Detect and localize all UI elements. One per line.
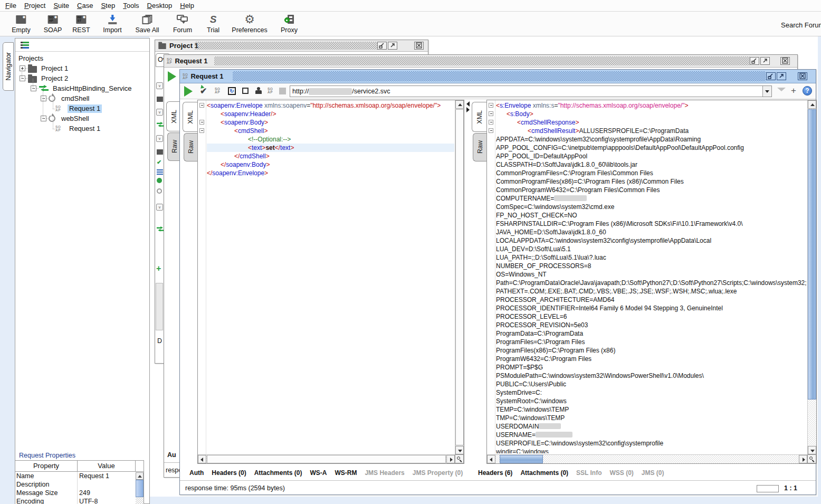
close-button[interactable] [414, 42, 424, 50]
menu-tools[interactable]: Tools [123, 2, 139, 9]
scroll-up-button[interactable] [136, 472, 144, 480]
add-icon[interactable]: + [156, 264, 161, 273]
collapse-left-icon[interactable] [466, 101, 470, 107]
fold-marker[interactable] [199, 103, 204, 108]
request-xml-content[interactable]: <soapenv:Envelope xmlns:soapenv="http://… [207, 101, 454, 453]
fold-marker[interactable] [489, 103, 493, 108]
fold-marker[interactable] [199, 120, 204, 125]
tab-xml-outer[interactable]: XML [166, 101, 181, 131]
response-tab-attachments-0-[interactable]: Attachments (0) [520, 469, 568, 477]
menu-step[interactable]: Step [101, 2, 115, 9]
fold-marker[interactable] [489, 120, 493, 125]
request-tab-ws-a[interactable]: WS-A [310, 469, 327, 477]
menu-suite[interactable]: Suite [53, 2, 69, 9]
fold-marker[interactable] [489, 128, 493, 133]
close-button[interactable] [780, 57, 790, 65]
tree-item-project-1[interactable]: Project 1 [15, 64, 149, 73]
menu-project[interactable]: Project [24, 2, 45, 9]
tree-options-icon[interactable] [21, 42, 29, 49]
toolbar-trial-button[interactable]: STrial [207, 13, 219, 34]
endpoint-url-input[interactable]: http:///service2.svc [290, 85, 772, 97]
request-vertical-scrollbar[interactable] [455, 100, 464, 454]
scroll-right-button[interactable] [446, 455, 455, 463]
toolbar-soap-button[interactable]: SOAP✱SOAP [44, 13, 62, 34]
toolbar-import-button[interactable]: Import [103, 13, 121, 34]
tree-item-projects[interactable]: Projects [15, 54, 149, 63]
scroll-down-button[interactable] [455, 446, 464, 454]
add-endpoint-icon[interactable]: + [791, 87, 796, 94]
property-value[interactable]: 249 [78, 489, 136, 497]
request-tab-auth[interactable]: Auth [189, 469, 204, 477]
collapse-section-button[interactable]: v [156, 82, 163, 89]
minimize-button[interactable] [766, 72, 776, 80]
request-horizontal-scrollbar[interactable] [198, 454, 455, 463]
toolbar-forum-button[interactable]: Forum [173, 13, 192, 34]
collapse-icon[interactable] [41, 96, 46, 101]
fold-marker[interactable] [489, 111, 493, 116]
scroll-right-button[interactable] [799, 455, 807, 463]
help-icon[interactable]: ? [803, 86, 812, 96]
scrollbar-thumb[interactable] [207, 455, 446, 463]
properties-scrollbar[interactable] [136, 472, 144, 504]
collapse-section-button[interactable]: v [156, 204, 163, 211]
scroll-left-button[interactable] [198, 455, 206, 463]
scroll-up-button[interactable] [808, 100, 816, 109]
minimize-button[interactable] [750, 57, 759, 65]
request-tab-ws-rm[interactable]: WS-RM [335, 469, 357, 477]
endpoint-dropdown-button[interactable] [762, 86, 771, 97]
scrollbar-thumb[interactable] [455, 109, 464, 445]
request-tab-headers-0-[interactable]: Headers (0) [212, 469, 246, 477]
project-window-titlebar[interactable]: Project 1 [155, 40, 428, 52]
response-vertical-scrollbar[interactable] [807, 100, 816, 454]
property-value[interactable]: Request 1 [78, 472, 136, 480]
request-titlebar[interactable]: SOAP Request 1 [180, 70, 816, 83]
cancel-request-icon[interactable] [242, 88, 249, 94]
tree-item-cmdshell[interactable]: cmdShell [15, 94, 149, 103]
menu-file[interactable]: File [5, 2, 16, 9]
property-value[interactable] [78, 480, 136, 489]
scrollbar-thumb[interactable] [808, 109, 816, 400]
magnifier-button[interactable] [455, 454, 464, 463]
property-value[interactable]: UTF-8 [78, 497, 136, 504]
collapse-section-button[interactable]: v [156, 109, 163, 116]
request-xml-editor[interactable]: <soapenv:Envelope xmlns:soapenv="http://… [197, 100, 464, 464]
request-tab-attachments-0-[interactable]: Attachments (0) [254, 469, 302, 477]
maximize-button[interactable] [760, 57, 770, 65]
ws-headers-icon[interactable]: SOAP [268, 88, 273, 94]
response-tab-raw[interactable]: Raw [473, 133, 486, 161]
collapse-icon[interactable] [41, 116, 46, 121]
toolbar-saveall-button[interactable]: Save All [135, 13, 159, 34]
toolbar-proxy-button[interactable]: Proxy [281, 13, 298, 34]
toolbar-preferences-button[interactable]: ⚙Preferences [232, 13, 267, 34]
minimize-button[interactable] [377, 42, 387, 50]
response-tab-xml[interactable]: XML [472, 102, 486, 132]
fold-marker[interactable] [199, 128, 204, 133]
request-tab-raw[interactable]: Raw [184, 133, 197, 161]
toolbar-empty-button[interactable]: ✱Empty [12, 13, 30, 34]
expand-icon[interactable] [20, 65, 25, 71]
collapse-icon[interactable] [20, 75, 25, 81]
response-horizontal-scrollbar[interactable] [487, 454, 807, 463]
navigator-side-tab[interactable]: Navigator [3, 42, 14, 91]
scroll-up-button[interactable] [455, 100, 464, 109]
request-tab-xml[interactable]: XML [183, 102, 197, 132]
scroll-left-button[interactable] [487, 455, 495, 463]
credentials-icon[interactable] [255, 87, 262, 94]
scrollbar-thumb[interactable] [500, 455, 543, 463]
response-xml-editor[interactable]: <s:Envelope xmlns:s="http://schemas.xmls… [486, 100, 817, 464]
tree-item-request-1[interactable]: SOAPRequest 1 [15, 104, 149, 113]
menu-help[interactable]: Help [180, 2, 194, 9]
response-xml-content[interactable]: <s:Envelope xmlns:s="http://schemas.xmls… [496, 101, 807, 453]
maximize-button[interactable] [388, 42, 397, 50]
run-button[interactable] [168, 71, 176, 82]
close-button[interactable] [798, 72, 807, 80]
collapse-icon[interactable] [31, 85, 36, 91]
magnifier-button[interactable] [807, 454, 816, 463]
scrollbar-thumb[interactable] [136, 480, 144, 497]
soap-action-icon[interactable]: SOAP [215, 88, 220, 94]
tree-item-project-2[interactable]: Project 2 [15, 74, 149, 83]
collapse-right-icon[interactable] [466, 107, 470, 112]
response-tab-headers-6-[interactable]: Headers (6) [478, 469, 512, 477]
submit-to-endpoint-icon[interactable]: ✔ [200, 87, 207, 96]
toolbar-rest-button[interactable]: REST✱REST [72, 13, 90, 34]
